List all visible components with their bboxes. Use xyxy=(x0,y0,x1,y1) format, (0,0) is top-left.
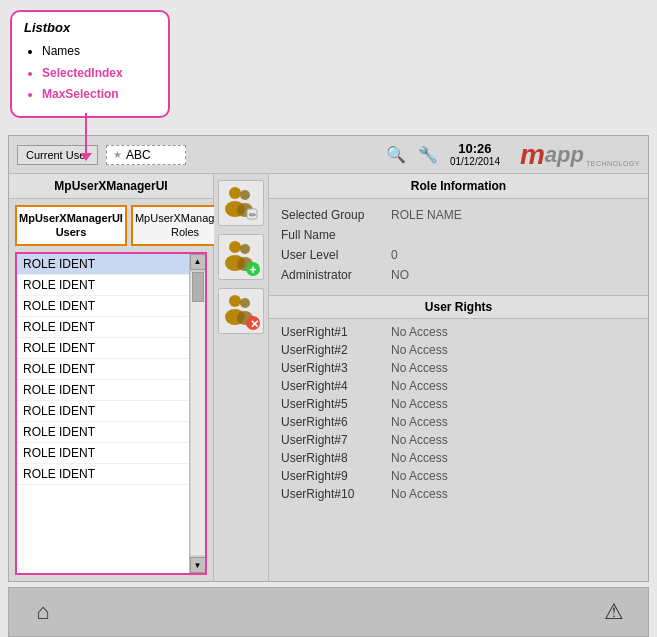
header-icons: 🔍 🔧 10:26 01/12/2014 m app TECHNOLOGY xyxy=(386,141,640,169)
listbox-items: ROLE IDENT ROLE IDENT ROLE IDENT ROLE ID… xyxy=(17,254,189,573)
scroll-thumb[interactable] xyxy=(192,272,204,302)
rights-label: UserRight#2 xyxy=(281,343,391,357)
rights-row: UserRight#6 No Access xyxy=(281,413,636,431)
user-level-row: User Level 0 xyxy=(281,245,636,265)
abc-value: ABC xyxy=(126,148,151,162)
user-level-value: 0 xyxy=(391,248,398,262)
list-item[interactable]: ROLE IDENT xyxy=(17,275,189,296)
rights-value: No Access xyxy=(391,451,448,465)
rights-label: UserRight#1 xyxy=(281,325,391,339)
selected-group-row: Selected Group ROLE NAME xyxy=(281,205,636,225)
list-item[interactable]: ROLE IDENT xyxy=(17,359,189,380)
listbox-wrapper: ROLE IDENT ROLE IDENT ROLE IDENT ROLE ID… xyxy=(15,252,207,575)
rights-value: No Access xyxy=(391,379,448,393)
rights-label: UserRight#10 xyxy=(281,487,391,501)
left-panel-title: MpUserXManagerUI xyxy=(9,174,213,199)
rights-row: UserRight#2 No Access xyxy=(281,341,636,359)
content-area: MpUserXManagerUI MpUserXManagerUI Users … xyxy=(9,174,648,581)
edit-icon: ✏ xyxy=(221,183,261,223)
listbox-scrollbar: ▲ ▼ xyxy=(189,254,205,573)
rights-row: UserRight#4 No Access xyxy=(281,377,636,395)
svg-point-12 xyxy=(229,295,241,307)
list-item[interactable]: ROLE IDENT xyxy=(17,317,189,338)
tooltip-item-max-selection: MaxSelection xyxy=(42,84,156,106)
home-button[interactable]: ⌂ xyxy=(25,594,61,630)
rights-label: UserRight#4 xyxy=(281,379,391,393)
rights-row: UserRight#3 No Access xyxy=(281,359,636,377)
add-role-button[interactable]: + xyxy=(218,234,264,280)
mapp-technology-text: TECHNOLOGY xyxy=(586,160,640,167)
rights-label: UserRight#3 xyxy=(281,361,391,375)
svg-point-6 xyxy=(229,241,241,253)
list-item[interactable]: ROLE IDENT xyxy=(17,296,189,317)
svg-text:✏: ✏ xyxy=(249,210,257,220)
bottom-toolbar: ⌂ ⚠ xyxy=(8,587,649,637)
rights-row: UserRight#10 No Access xyxy=(281,485,636,503)
svg-point-8 xyxy=(240,244,250,254)
tooltip-arrow xyxy=(85,113,87,153)
list-item[interactable]: ROLE IDENT xyxy=(17,443,189,464)
header-bar: Current User ★ ABC 🔍 🔧 10:26 01/12/2014 … xyxy=(9,136,648,174)
right-panel-title: Role Information xyxy=(269,174,648,199)
rights-value: No Access xyxy=(391,343,448,357)
rights-value: No Access xyxy=(391,361,448,375)
mapp-m-letter: m xyxy=(520,141,545,169)
rights-value: No Access xyxy=(391,469,448,483)
rights-row: UserRight#1 No Access xyxy=(281,323,636,341)
rights-row: UserRight#9 No Access xyxy=(281,467,636,485)
list-item[interactable]: ROLE IDENT xyxy=(17,380,189,401)
rights-value: No Access xyxy=(391,397,448,411)
main-container: Current User ★ ABC 🔍 🔧 10:26 01/12/2014 … xyxy=(8,135,649,582)
delete-icon: ✕ xyxy=(221,291,261,331)
warning-button[interactable]: ⚠ xyxy=(596,594,632,630)
rights-value: No Access xyxy=(391,415,448,429)
svg-point-0 xyxy=(229,187,241,199)
mapp-app-text: app xyxy=(545,144,584,166)
abc-input-wrapper: ★ ABC xyxy=(106,145,186,165)
svg-point-2 xyxy=(240,190,250,200)
tooltip-item-names: Names xyxy=(42,41,156,63)
administrator-label: Administrator xyxy=(281,268,391,282)
settings-icon[interactable]: 🔧 xyxy=(418,145,438,164)
tabs-row: MpUserXManagerUI Users MpUserXManagerUI … xyxy=(9,199,213,246)
rights-row: UserRight#5 No Access xyxy=(281,395,636,413)
administrator-value: NO xyxy=(391,268,409,282)
action-buttons-panel: ✏ + xyxy=(214,174,269,581)
edit-role-button[interactable]: ✏ xyxy=(218,180,264,226)
list-item[interactable]: ROLE IDENT xyxy=(17,338,189,359)
search-icon[interactable]: 🔍 xyxy=(386,145,406,164)
list-item[interactable]: ROLE IDENT xyxy=(17,422,189,443)
right-panel: Role Information Selected Group ROLE NAM… xyxy=(269,174,648,581)
list-item[interactable]: ROLE IDENT xyxy=(17,401,189,422)
rights-value: No Access xyxy=(391,487,448,501)
rights-label: UserRight#6 xyxy=(281,415,391,429)
role-info-section: Selected Group ROLE NAME Full Name User … xyxy=(269,199,648,291)
left-panel: MpUserXManagerUI MpUserXManagerUI Users … xyxy=(9,174,214,581)
rights-label: UserRight#5 xyxy=(281,397,391,411)
administrator-row: Administrator NO xyxy=(281,265,636,285)
selected-group-label: Selected Group xyxy=(281,208,391,222)
time-display: 10:26 xyxy=(450,141,500,157)
svg-text:✕: ✕ xyxy=(250,318,259,330)
date-display: 01/12/2014 xyxy=(450,156,500,168)
star-icon: ★ xyxy=(113,149,122,160)
delete-role-button[interactable]: ✕ xyxy=(218,288,264,334)
scroll-down-button[interactable]: ▼ xyxy=(190,557,206,573)
list-item[interactable]: ROLE IDENT xyxy=(17,464,189,485)
rights-row: UserRight#7 No Access xyxy=(281,431,636,449)
rights-value: No Access xyxy=(391,325,448,339)
tooltip-title: Listbox xyxy=(24,20,156,35)
add-icon: + xyxy=(221,237,261,277)
selected-group-value: ROLE NAME xyxy=(391,208,462,222)
time-block: 10:26 01/12/2014 xyxy=(450,141,500,169)
svg-point-14 xyxy=(240,298,250,308)
user-level-label: User Level xyxy=(281,248,391,262)
scroll-up-button[interactable]: ▲ xyxy=(190,254,206,270)
user-rights-title: User Rights xyxy=(269,295,648,319)
full-name-row: Full Name xyxy=(281,225,636,245)
rights-label: UserRight#9 xyxy=(281,469,391,483)
rights-label: UserRight#7 xyxy=(281,433,391,447)
scroll-track xyxy=(191,272,205,555)
tab-users[interactable]: MpUserXManagerUI Users xyxy=(15,205,127,246)
list-item[interactable]: ROLE IDENT xyxy=(17,254,189,275)
